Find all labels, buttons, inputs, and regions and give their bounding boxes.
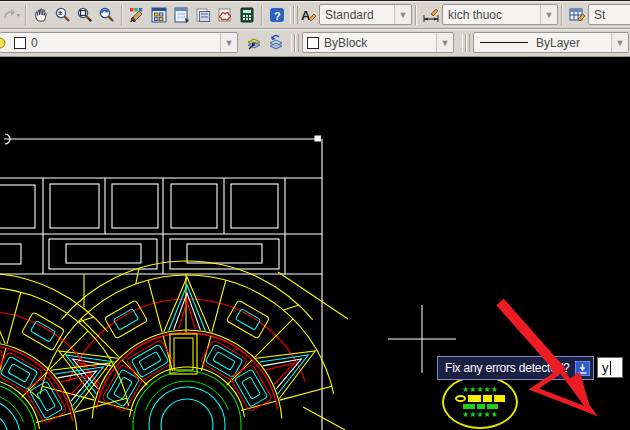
dynamic-input-down-arrow-icon[interactable]: [575, 361, 590, 376]
command-input-field[interactable]: y: [597, 357, 623, 378]
combo-value: kich thuoc: [443, 8, 540, 22]
toolbar-separator: [412, 4, 420, 26]
text-style-icon[interactable]: A: [297, 4, 319, 26]
text-caret: [610, 361, 611, 375]
markup-manager-icon[interactable]: [214, 4, 236, 26]
combo-value: St: [589, 8, 630, 22]
dynamic-input-tooltip: Fix any errors detected?: [437, 356, 594, 380]
color-value: ByBlock: [319, 36, 436, 50]
combo-arrow[interactable]: ▼: [394, 5, 411, 24]
make-object-layer-current-icon[interactable]: [243, 32, 265, 54]
pan-icon[interactable]: [30, 4, 52, 26]
toolbar-separator: [118, 4, 126, 26]
tool-palettes-icon[interactable]: [170, 4, 192, 26]
combo-value: Standard: [320, 8, 394, 22]
watermark-subtitle-blocks: [463, 404, 498, 409]
tooltip-text: Fix any errors detected?: [438, 361, 575, 375]
layer-bulb-icon: [0, 36, 10, 50]
dim-style-combo[interactable]: kich thuoc▼: [442, 4, 558, 25]
sheetset-manager-icon[interactable]: [192, 4, 214, 26]
layer-combo-arrow[interactable]: ▼: [220, 33, 237, 52]
watermark-title-blocks: [455, 395, 505, 402]
combo-arrow[interactable]: ▼: [540, 5, 557, 24]
table-style-icon[interactable]: [566, 4, 588, 26]
color-combo[interactable]: ByBlock ▼: [302, 32, 454, 53]
linetype-value: ByLayer: [528, 36, 611, 50]
layer-color-swatch: [14, 37, 26, 49]
svg-text:?: ?: [274, 9, 281, 21]
table-style-combo[interactable]: St▼: [588, 4, 630, 25]
watermark-stars-bottom: ★★★★★: [462, 410, 498, 419]
zoom-window-icon[interactable]: [74, 4, 96, 26]
toolbar-grip[interactable]: [460, 32, 469, 54]
svg-text:±: ±: [58, 9, 62, 16]
autocad-window: ±A?AStandard▼kich thuoc▼St▼ 0 ▼ ByBlock …: [0, 0, 630, 430]
toolbar-standard: ±A?AStandard▼kich thuoc▼St▼: [0, 1, 630, 29]
toolbar-grip[interactable]: [288, 4, 297, 26]
linetype-combo[interactable]: ByLayer ▼: [473, 32, 629, 53]
svg-text:A: A: [130, 15, 136, 24]
zoom-previous-icon[interactable]: [96, 4, 118, 26]
color-swatch: [307, 37, 319, 49]
svg-text:A: A: [301, 8, 311, 23]
text-style-combo[interactable]: Standard▼: [319, 4, 412, 25]
watermark-stars-top: ★★★★★: [462, 385, 498, 394]
linetype-glyph: [480, 42, 528, 43]
redo-flyout-icon[interactable]: [0, 4, 22, 26]
toolbar-layers: 0 ▼ ByBlock ▼ ByLayer ▼: [0, 29, 630, 57]
match-properties-icon[interactable]: A: [126, 4, 148, 26]
toolbar-grip[interactable]: [289, 32, 298, 54]
drawing-canvas[interactable]: Fix any errors detected? y ★★★★★: [0, 57, 630, 430]
layer-combo[interactable]: 0 ▼: [0, 32, 238, 53]
dimension-style-icon[interactable]: [420, 4, 442, 26]
quickcalc-icon[interactable]: [236, 4, 258, 26]
linetype-combo-arrow[interactable]: ▼: [611, 33, 628, 52]
toolbar-separator: [258, 4, 266, 26]
zoom-realtime-icon[interactable]: ±: [52, 4, 74, 26]
toolbar-separator: [22, 4, 30, 26]
command-input-value: y: [598, 360, 609, 375]
layer-name: 0: [26, 36, 220, 50]
toolbar-separator: [558, 4, 566, 26]
help-icon[interactable]: ?: [266, 4, 288, 26]
watermark-logo: ★★★★★ ★★★★★: [442, 375, 518, 429]
color-combo-arrow[interactable]: ▼: [436, 33, 453, 52]
layer-previous-icon[interactable]: [265, 32, 287, 54]
designcenter-icon[interactable]: [148, 4, 170, 26]
